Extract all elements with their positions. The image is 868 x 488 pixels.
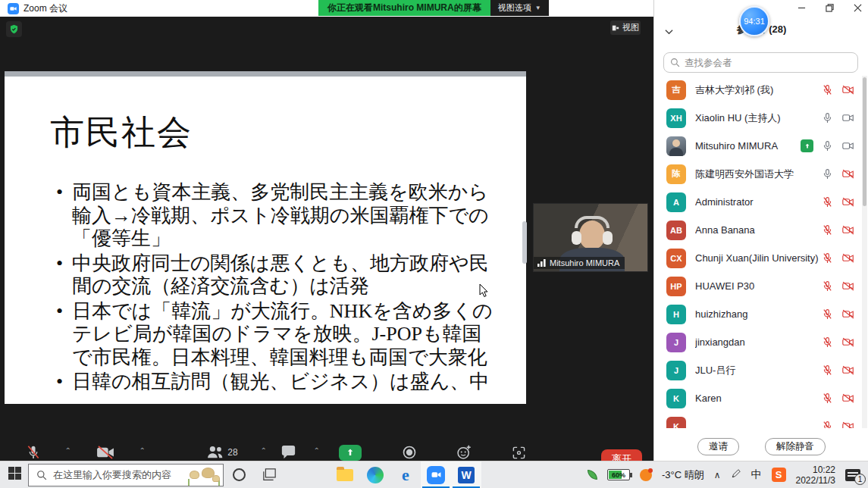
participant-name: huizhizhang [695, 308, 822, 320]
slide-bullet: 日本では「韓流」が大流行。NHKを含め多くのテレビ局が韓国のドラマを放映。J-P… [55, 300, 494, 370]
participant-row[interactable]: 吉 吉林大学刘祁 (我) [654, 76, 863, 104]
chevron-up-icon[interactable]: ⌃ [314, 446, 320, 455]
participant-row[interactable]: XH Xiaolin HU (主持人) [654, 104, 863, 132]
search-icon [670, 58, 680, 67]
word-app-button[interactable]: W [451, 461, 481, 488]
taskbar-search-input[interactable] [53, 469, 174, 480]
participant-row[interactable]: J jinxiangdan [654, 328, 863, 356]
view-button[interactable]: 视图 [610, 20, 641, 35]
search-input[interactable] [685, 58, 836, 68]
panel-footer: 邀请 解除静音 [654, 432, 868, 461]
participant-name: Mitsuhiro MIMURA [695, 140, 801, 152]
video-thumbnail[interactable]: Mitsuhiro MIMURA [533, 203, 648, 272]
mic-icon[interactable] [822, 280, 833, 292]
participant-row[interactable]: CX Chunji Xuan(Jilin University) [654, 244, 863, 272]
participant-row[interactable]: H huizhizhang [654, 300, 863, 328]
camera-icon[interactable] [841, 140, 855, 152]
mic-icon[interactable] [822, 336, 833, 348]
mic-icon[interactable] [822, 168, 833, 180]
view-options-button[interactable]: 视图选项 ▼ [490, 0, 549, 16]
camera-icon[interactable] [841, 224, 855, 236]
participant-row[interactable]: AB Anna Banana [654, 216, 863, 244]
chat-bubble-icon [280, 443, 296, 461]
mic-icon[interactable] [822, 421, 833, 428]
weather-icon[interactable] [640, 469, 652, 481]
watching-banner: 你正在观看Mitsuhiro MIMURA的屏幕 [318, 0, 490, 16]
start-button[interactable] [8, 467, 21, 483]
mic-icon[interactable] [822, 364, 833, 376]
participant-row[interactable]: J JLU-吕行 [654, 356, 863, 384]
weather-text[interactable]: -3°C 晴朗 [662, 468, 704, 482]
invite-button[interactable]: 邀请 [697, 438, 739, 455]
people-icon [206, 446, 224, 459]
participant-name: Karen [695, 393, 822, 404]
security-shield-icon[interactable] [6, 21, 22, 37]
mic-icon[interactable] [822, 308, 833, 320]
mic-icon[interactable] [822, 252, 833, 264]
participant-name: Chunji Xuan(Jilin University) [695, 252, 822, 264]
mic-icon[interactable] [822, 84, 833, 95]
camera-icon[interactable] [841, 393, 855, 404]
zoom-app-button[interactable] [421, 461, 451, 488]
notification-center-icon[interactable]: 1 [845, 469, 860, 481]
chevron-up-icon[interactable]: ⌃ [65, 446, 71, 455]
thumbnail-name-label: Mitsuhiro MIMURA [534, 257, 625, 269]
taskbar-clock[interactable]: 10:22 2022/11/3 [796, 465, 836, 486]
participant-row[interactable]: HP HUAWEI P30 [654, 272, 863, 300]
taskbar-search-box[interactable] [28, 464, 224, 486]
unmute-all-button[interactable]: 解除静音 [765, 438, 826, 455]
participant-row[interactable]: A Administrator [654, 188, 863, 216]
avatar: HP [666, 277, 686, 296]
edge-button[interactable] [360, 461, 390, 488]
signal-bars-icon [537, 259, 547, 267]
camera-icon[interactable] [841, 196, 855, 208]
chevron-up-icon[interactable]: ⌃ [261, 446, 267, 455]
mic-icon[interactable] [822, 393, 833, 404]
battery-indicator[interactable]: 60% [607, 469, 630, 480]
slide-scrollbar[interactable] [522, 221, 527, 264]
avatar: J [666, 333, 686, 352]
participant-search-box[interactable] [663, 52, 858, 73]
camera-icon[interactable] [841, 168, 855, 180]
camera-icon[interactable] [841, 112, 855, 124]
mic-icon[interactable] [822, 196, 833, 208]
cortana-button[interactable] [224, 461, 254, 488]
edge-legacy-button[interactable]: e [390, 461, 421, 488]
camera-icon[interactable] [841, 421, 855, 428]
mic-icon[interactable] [822, 112, 833, 124]
sogou-icon[interactable]: S [772, 468, 786, 482]
ime-indicator[interactable]: 中 [751, 468, 762, 482]
avatar: H [666, 305, 686, 324]
camera-icon[interactable] [841, 84, 855, 95]
camera-icon[interactable] [841, 252, 855, 264]
participant-row[interactable]: K [654, 412, 863, 428]
camera-icon[interactable] [841, 308, 855, 320]
participants-scrollbar[interactable] [862, 76, 867, 428]
close-icon[interactable] [854, 2, 862, 15]
participant-row[interactable]: Mitsuhiro MIMURA [654, 132, 863, 160]
participant-row[interactable]: K Karen [654, 384, 863, 412]
screen-sharing-badge [801, 139, 813, 152]
participant-row[interactable]: 陈 陈建明西安外国语大学 [654, 160, 863, 188]
slide-bullet: 両国とも資本主義、多党制民主主義を欧米から輸入→冷戦期、ポスト冷戦期の米国覇権下… [55, 181, 494, 251]
mic-icon[interactable] [822, 140, 833, 152]
clock-time: 10:22 [796, 465, 836, 475]
tray-expand-chevron[interactable]: ∧ [714, 470, 721, 480]
camera-off-icon [96, 443, 114, 461]
minimize-button[interactable] [797, 2, 806, 15]
avatar: J [666, 361, 686, 380]
participant-name: Anna Banana [695, 224, 822, 236]
chevron-up-icon[interactable]: ⌃ [139, 446, 146, 455]
leaf-icon[interactable] [588, 470, 597, 480]
meeting-timer-badge[interactable]: 94:31 [739, 6, 769, 36]
task-view-button[interactable] [254, 461, 284, 488]
camera-icon[interactable] [841, 280, 855, 292]
file-explorer-button[interactable] [330, 461, 360, 488]
participants-panel: 参会者 (28) 94:31 吉 吉林大学刘祁 (我) XH Xiaolin H… [653, 0, 868, 461]
avatar: A [666, 192, 686, 212]
camera-icon[interactable] [841, 336, 855, 348]
mic-icon[interactable] [822, 224, 833, 236]
pen-icon[interactable] [731, 468, 741, 481]
camera-icon[interactable] [841, 364, 855, 376]
restore-button[interactable] [826, 2, 834, 15]
